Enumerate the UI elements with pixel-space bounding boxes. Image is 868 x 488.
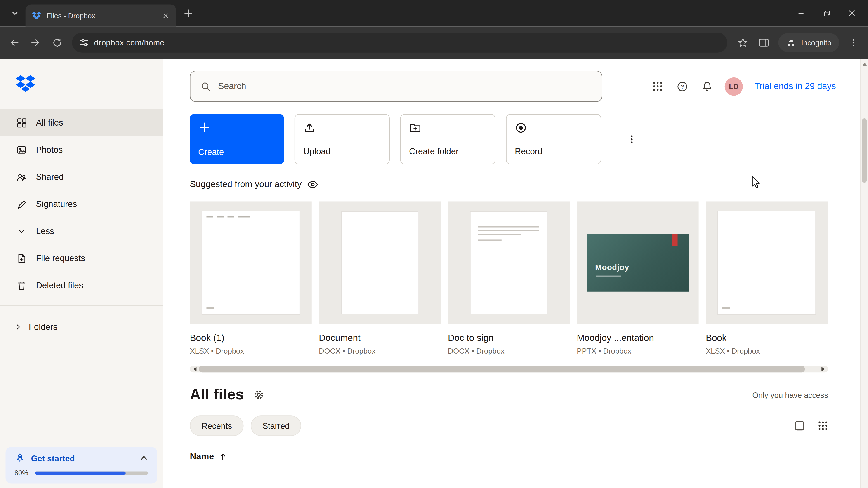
incognito-badge: Incognito [778,33,839,52]
hscroll-left-arrow[interactable] [191,365,199,373]
record-label: Record [515,147,542,157]
tab-close-button[interactable] [160,11,170,21]
file-name: Doc to sign [448,332,569,343]
sidebar-item-file-requests[interactable]: File requests [0,245,163,271]
sidebar-item-shared[interactable]: Shared [0,163,163,190]
svg-text:?: ? [681,84,684,90]
vscroll-thumb[interactable] [862,119,867,183]
file-card[interactable]: Moodjoy Moodjoy ...entation PPTX • Dropb… [577,201,699,355]
file-meta: DOCX • Dropbox [319,347,441,355]
settings-button[interactable] [253,389,265,400]
action-buttons: Create Upload Create folder Record [190,114,836,164]
file-meta: DOCX • Dropbox [448,347,569,355]
sidebar-item-all-files[interactable]: All files [0,109,163,136]
screen: Files - Dropbox [0,0,868,488]
filter-starred[interactable]: Starred [251,416,301,436]
bookmark-button[interactable] [733,33,753,53]
header-actions: ? LD Trial ends in 29 days [648,76,836,96]
filter-recents[interactable]: Recents [190,416,244,436]
hscroll-right-arrow[interactable] [819,365,827,373]
get-started-progress [35,471,148,475]
new-tab-button[interactable] [180,5,196,21]
document-page [470,211,548,314]
browser-menu-button[interactable] [844,33,864,53]
get-started-card: Get started 80% [5,447,157,484]
sidebar: All files Photos Shared [0,59,163,488]
page-header: ? LD Trial ends in 29 days [190,71,836,102]
vscroll-up-arrow[interactable] [863,63,867,66]
site-settings-icon [80,38,89,47]
name-column-header[interactable]: Name [190,451,214,461]
plus-icon [184,9,192,17]
address-bar[interactable]: dropbox.com/home [72,33,727,53]
signature-pen-icon [16,198,28,209]
minimize-button[interactable] [788,0,814,27]
incognito-label: Incognito [801,38,831,47]
visibility-toggle[interactable] [307,180,318,188]
file-card[interactable]: Document DOCX • Dropbox [319,201,441,355]
list-view-button[interactable] [795,421,804,431]
folders-label: Folders [29,322,57,332]
create-button[interactable]: Create [190,114,284,164]
back-button[interactable] [4,33,24,53]
file-request-icon [16,253,28,264]
record-button[interactable]: Record [506,114,601,164]
star-icon [738,37,749,48]
kebab-icon [849,38,858,47]
document-page [341,211,418,314]
chevron-down-icon [11,10,18,17]
record-icon [515,122,527,134]
vertical-scrollbar[interactable] [860,59,868,488]
page-title: All files [190,386,244,403]
avatar[interactable]: LD [725,77,743,96]
apps-grid-button[interactable] [648,76,668,96]
sidebar-item-label: Less [36,226,54,236]
bell-icon [702,80,713,92]
forward-button[interactable] [26,33,45,53]
help-button[interactable]: ? [673,76,692,96]
restore-button[interactable] [814,0,839,27]
sidebar-item-label: Deleted files [36,280,83,290]
tab-search-button[interactable] [6,5,23,22]
browser-tab[interactable]: Files - Dropbox [26,4,176,27]
side-panel-button[interactable] [754,33,774,53]
upload-button[interactable]: Upload [294,114,390,164]
sidebar-folders-toggle[interactable]: Folders [0,313,163,340]
restore-icon [823,10,830,17]
sidebar-divider [0,305,163,306]
sidebar-item-photos[interactable]: Photos [0,136,163,163]
notifications-button[interactable] [698,76,717,96]
search-box[interactable] [190,71,602,102]
upload-label: Upload [303,147,331,157]
trial-link[interactable]: Trial ends in 29 days [754,81,836,91]
gear-icon [253,389,265,400]
reload-button[interactable] [46,33,66,53]
spreadsheet-page [717,210,816,315]
sidebar-item-deleted-files[interactable]: Deleted files [0,271,163,299]
file-card[interactable]: Book XLSX • Dropbox [706,201,828,355]
more-actions-button[interactable] [624,129,640,149]
dropbox-logo[interactable] [16,75,163,92]
file-card[interactable]: Doc to sign DOCX • Dropbox [448,201,569,355]
sort-ascending-icon[interactable] [219,453,226,460]
create-folder-button[interactable]: Create folder [400,114,495,164]
chevron-up-icon[interactable] [140,454,148,462]
file-card[interactable]: Book (1) XLSX • Dropbox [190,201,312,355]
get-started-label[interactable]: Get started [31,453,134,463]
search-input[interactable] [218,81,592,91]
file-name: Book (1) [190,332,312,343]
file-thumbnail [448,201,569,324]
close-window-button[interactable] [839,0,865,27]
grid-view-button[interactable] [817,420,828,431]
sidebar-item-label: Photos [36,144,63,155]
sidebar-item-signatures[interactable]: Signatures [0,190,163,217]
url-text: dropbox.com/home [94,38,164,47]
suggested-header: Suggested from your activity [190,179,836,189]
horizontal-scrollbar[interactable] [190,365,828,373]
presentation-slide: Moodjoy [587,234,689,291]
sidebar-item-less[interactable]: Less [0,217,163,245]
file-thumbnail [706,201,828,324]
kebab-icon [627,134,636,144]
hscroll-thumb[interactable] [199,366,805,372]
upload-icon [303,122,315,134]
